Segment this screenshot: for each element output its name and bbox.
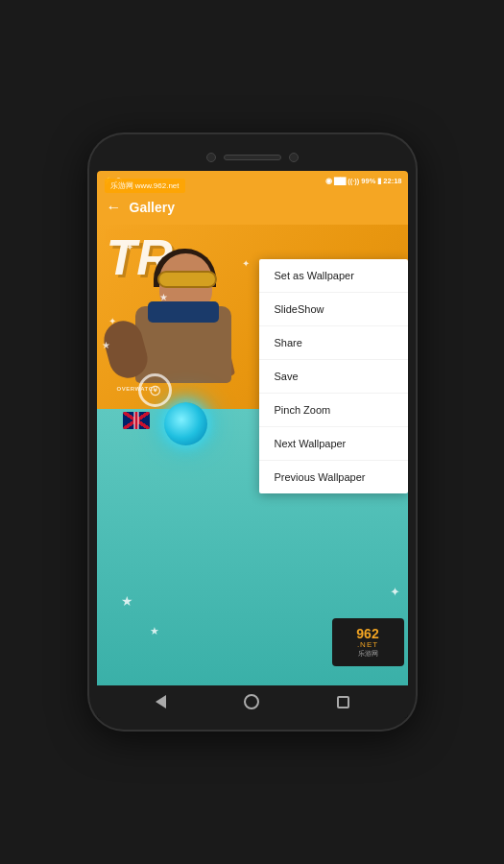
phone-screen: 乐游网 www.962.net ⚡ ⬡ ◉ ▇▇ ((·)) 99% ▮ 22:… — [97, 171, 408, 718]
nav-recents-icon — [337, 696, 349, 708]
star-deco-7: ★ — [150, 625, 159, 637]
menu-item-share[interactable]: Share — [259, 326, 408, 360]
toolbar: ← Gallery — [97, 190, 408, 225]
logo-brand: 乐游网 — [358, 649, 378, 659]
menu-item-next-wallpaper[interactable]: Next Wallpaper — [259, 427, 408, 461]
nav-back-icon — [156, 695, 166, 708]
phone-top-bar — [97, 144, 408, 171]
uk-flag-badge — [123, 412, 150, 429]
battery-icon: ▮ — [377, 177, 381, 185]
sensor — [289, 153, 299, 162]
logo-tld: .NET — [357, 640, 378, 649]
menu-item-slideshow[interactable]: SlideShow — [259, 293, 408, 326]
phone-frame: 乐游网 www.962.net ⚡ ⬡ ◉ ▇▇ ((·)) 99% ▮ 22:… — [89, 134, 416, 730]
clock: 22:18 — [383, 177, 401, 185]
overwatch-text: OVERWATCH — [117, 386, 158, 392]
site-watermark: 乐游网 www.962.net — [105, 179, 185, 193]
bottom-nav-bar — [97, 685, 408, 718]
star-deco-6: ★ — [121, 593, 133, 609]
back-button[interactable]: ← — [107, 199, 122, 216]
star-deco-1: ✦ — [126, 242, 133, 252]
signal-icon: ▇▇ — [334, 177, 346, 185]
status-right: ◉ ▇▇ ((·)) 99% ▮ 22:18 — [325, 177, 401, 185]
nav-home-button[interactable] — [240, 690, 263, 713]
char-scarf — [148, 301, 219, 323]
menu-item-save[interactable]: Save — [259, 360, 408, 394]
char-goggles — [157, 271, 217, 288]
star-deco-8: ✦ — [390, 585, 400, 599]
nav-recents-button[interactable] — [331, 690, 354, 713]
char-ability-orb — [164, 402, 207, 445]
battery-percent: 99% — [361, 177, 375, 185]
logo-962-badge: 962 .NET 乐游网 — [332, 618, 404, 666]
star-deco-2: ✦ — [242, 258, 250, 269]
front-camera — [206, 153, 216, 162]
menu-item-set-wallpaper[interactable]: Set as Wallpaper — [259, 259, 408, 293]
location-icon: ◉ — [325, 177, 332, 185]
context-menu: Set as Wallpaper SlideShow Share Save Pi… — [259, 259, 408, 493]
logo-number: 962 — [356, 627, 378, 640]
nav-home-icon — [244, 694, 259, 709]
star-deco-5: ★ — [102, 340, 110, 350]
toolbar-title: Gallery — [130, 200, 398, 215]
menu-item-pinch-zoom[interactable]: Pinch Zoom — [259, 394, 408, 427]
star-deco-3: ✦ — [108, 316, 116, 326]
menu-item-previous-wallpaper[interactable]: Previous Wallpaper — [259, 461, 408, 493]
nav-back-button[interactable] — [150, 690, 173, 713]
earpiece-speaker — [224, 155, 281, 160]
content-area: TR — [97, 225, 408, 685]
wifi-icon: ((·)) — [348, 177, 359, 185]
star-deco-4: ★ — [159, 292, 168, 302]
